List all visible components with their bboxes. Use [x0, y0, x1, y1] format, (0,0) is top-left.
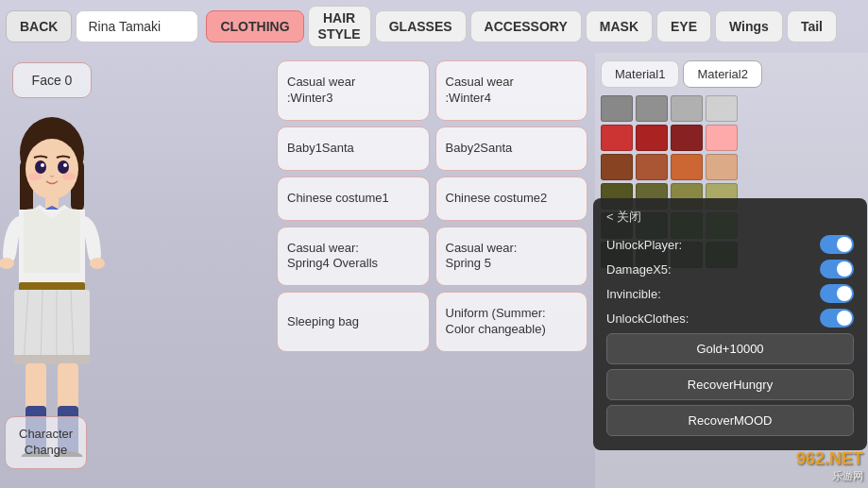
color-row-1	[601, 95, 862, 122]
clothing-item-uniform-summer[interactable]: Uniform (Summer:Color changeable)	[435, 292, 588, 352]
clothing-item-sleeping-bag[interactable]: Sleeping bag	[277, 292, 430, 352]
damage-x5-toggle[interactable]	[820, 260, 854, 278]
damage-x5-row: DamageX5:	[606, 260, 854, 278]
tab-hairstyle[interactable]: HAIRSTYLE	[308, 6, 371, 47]
tab-accessory[interactable]: ACCESSORY	[470, 10, 582, 42]
back-button[interactable]: BACK	[6, 10, 72, 42]
svg-point-8	[63, 163, 67, 167]
svg-point-23	[90, 258, 105, 269]
color-swatch[interactable]	[601, 154, 633, 180]
character-change-button[interactable]: CharacterChange	[5, 416, 87, 469]
material-tabs: Material1 Material2	[601, 60, 862, 88]
recover-hungry-button[interactable]: RecoverHungry	[606, 369, 854, 400]
svg-rect-21	[14, 355, 90, 363]
unlock-player-row: UnlockPlayer:	[606, 235, 854, 254]
watermark-sub: 乐游网	[796, 469, 863, 483]
unlock-clothes-label: UnlockClothes:	[606, 311, 689, 326]
clothing-item-casual-winter4[interactable]: Casual wear:Winter4	[435, 60, 588, 121]
watermark-main: 962.NET	[796, 449, 863, 469]
clothing-panel: Casual wear:Winter3 Casual wear:Winter4 …	[269, 53, 595, 488]
tab-eye[interactable]: EYE	[656, 10, 711, 42]
watermark: 962.NET 乐游网	[796, 449, 863, 483]
color-swatch[interactable]	[671, 154, 703, 180]
tab-tail[interactable]: Tail	[787, 10, 837, 42]
top-navigation: BACK CLOTHING HAIRSTYLE GLASSES ACCESSOR…	[0, 0, 868, 53]
tab-mask[interactable]: MASK	[586, 10, 653, 42]
clothing-item-chinese-costume2[interactable]: Chinese costume2	[435, 177, 588, 221]
color-swatch[interactable]	[706, 95, 738, 122]
color-swatch[interactable]	[706, 125, 738, 151]
unlock-clothes-toggle[interactable]	[820, 309, 854, 328]
svg-point-6	[58, 160, 69, 174]
gold-button[interactable]: Gold+10000	[606, 333, 854, 364]
invincible-row: Invincible:	[606, 284, 854, 303]
svg-point-10	[62, 173, 76, 180]
invincible-toggle[interactable]	[820, 284, 854, 303]
svg-point-9	[28, 173, 42, 180]
character-name-input[interactable]	[76, 10, 198, 42]
color-swatch[interactable]	[601, 125, 633, 151]
invincible-label: Invincible:	[606, 287, 661, 301]
popup-overlay: < 关闭 UnlockPlayer: DamageX5: Invincible:…	[593, 198, 867, 450]
clothing-item-casual-winter3[interactable]: Casual wear:Winter3	[277, 60, 430, 121]
tab-clothing[interactable]: CLOTHING	[206, 10, 303, 42]
svg-point-4	[26, 139, 78, 199]
clothing-item-casual-spring4[interactable]: Casual wear:Spring4 Overalls	[277, 227, 430, 287]
material2-tab[interactable]: Material2	[683, 60, 761, 88]
left-panel: Face 0	[0, 53, 104, 488]
clothing-item-baby1santa[interactable]: Baby1Santa	[277, 126, 430, 171]
popup-close-button[interactable]: < 关闭	[606, 209, 641, 226]
color-swatch[interactable]	[601, 95, 633, 122]
unlock-player-toggle[interactable]	[820, 235, 854, 254]
tab-glasses[interactable]: GLASSES	[375, 10, 467, 42]
color-swatch[interactable]	[671, 95, 703, 122]
unlock-player-label: UnlockPlayer:	[606, 238, 682, 252]
color-swatch[interactable]	[706, 154, 738, 180]
unlock-clothes-row: UnlockClothes:	[606, 309, 854, 328]
color-swatch[interactable]	[636, 95, 668, 122]
clothing-item-baby2santa[interactable]: Baby2Santa	[435, 126, 588, 171]
clothing-item-casual-spring5[interactable]: Casual wear:Spring 5	[435, 227, 588, 287]
color-swatch[interactable]	[671, 125, 703, 151]
color-swatch[interactable]	[636, 125, 668, 151]
tab-wings[interactable]: Wings	[715, 10, 783, 42]
color-row-2	[601, 125, 862, 151]
character-display	[0, 108, 128, 466]
color-row-3	[601, 154, 862, 180]
color-swatch[interactable]	[636, 154, 668, 180]
svg-point-7	[41, 163, 44, 167]
face-button[interactable]: Face 0	[12, 62, 93, 98]
clothing-item-chinese-costume1[interactable]: Chinese costume1	[277, 177, 430, 221]
recover-mood-button[interactable]: RecoverMOOD	[606, 405, 854, 436]
damage-x5-label: DamageX5:	[606, 262, 672, 277]
material1-tab[interactable]: Material1	[601, 60, 679, 88]
svg-point-5	[35, 160, 46, 174]
